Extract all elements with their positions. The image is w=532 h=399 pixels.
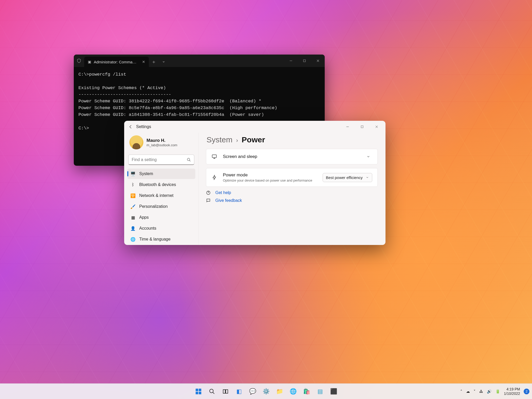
sidebar-item-apps[interactable]: ▦ Apps	[127, 212, 195, 223]
sidebar-item-system[interactable]: 🖥️ System	[127, 169, 195, 179]
settings-titlebar[interactable]: Settings	[124, 121, 385, 133]
sidebar-item-label: Time & language	[139, 237, 170, 242]
sidebar-item-network-internet[interactable]: 🛜 Network & internet	[127, 190, 195, 201]
sidebar-item-label: Network & internet	[139, 193, 174, 198]
give-feedback-row[interactable]: Give feedback	[206, 198, 378, 203]
breadcrumb-parent[interactable]: System	[207, 135, 232, 144]
maximize-button[interactable]	[355, 121, 369, 133]
app-taskbar-icon[interactable]: ▤	[315, 386, 325, 397]
sidebar-item-label: Apps	[139, 215, 149, 220]
nav-icon: 🖌️	[130, 204, 136, 209]
settings-content: System › Power Screen and sleep	[198, 133, 385, 245]
profile-email: m_lab@outlook.com	[147, 143, 177, 147]
chat-button[interactable]: 💬	[247, 386, 258, 397]
nav-icon: 👤	[130, 226, 136, 231]
minimize-button[interactable]	[284, 55, 298, 67]
tab-close-icon[interactable]: ✕	[142, 60, 145, 64]
svg-point-2	[187, 158, 190, 161]
back-button[interactable]	[126, 122, 136, 132]
onedrive-icon[interactable]: ☁	[466, 389, 470, 394]
get-help-link[interactable]: Get help	[215, 190, 231, 195]
notification-badge[interactable]: 2	[524, 389, 529, 394]
sidebar-item-time-language[interactable]: 🌐 Time & language	[127, 234, 195, 244]
taskbar-center: ◧ 💬 ⚙️ 📁 🌐 🛍️ ▤ ⬛	[193, 386, 339, 397]
breadcrumb-current: Power	[242, 135, 265, 144]
power-mode-row: Power mode Optimize your device based on…	[206, 168, 378, 187]
terminal-tab[interactable]: ▣ Administrator: Command Prom… ✕	[84, 57, 149, 67]
power-mode-subtitle: Optimize your device based on power use …	[223, 178, 312, 182]
maximize-button[interactable]	[298, 55, 311, 67]
volume-icon[interactable]: 🔊	[487, 389, 492, 394]
settings-nav: 🖥️ Systemᛒ Bluetooth & devices🛜 Network …	[127, 169, 195, 244]
new-tab-button[interactable]: ＋	[149, 57, 159, 67]
edge-taskbar-icon[interactable]: 🌐	[288, 386, 298, 397]
settings-sidebar: Mauro H. m_lab@outlook.com 🖥️ Systemᛒ Bl…	[124, 133, 198, 245]
give-feedback-link[interactable]: Give feedback	[215, 198, 242, 203]
widgets-button[interactable]: ◧	[234, 386, 244, 397]
avatar	[129, 135, 143, 149]
nav-icon: 🌐	[130, 237, 136, 242]
close-button[interactable]	[369, 121, 384, 133]
settings-taskbar-icon[interactable]: ⚙️	[261, 386, 271, 397]
sidebar-item-bluetooth-devices[interactable]: ᛒ Bluetooth & devices	[127, 179, 195, 190]
profile-block[interactable]: Mauro H. m_lab@outlook.com	[127, 134, 195, 153]
sidebar-item-accounts[interactable]: 👤 Accounts	[127, 223, 195, 234]
power-mode-title: Power mode	[223, 172, 312, 178]
sidebar-item-label: System	[139, 171, 153, 176]
desktop: ▣ Administrator: Command Prom… ✕ ＋ C:\>p…	[0, 0, 532, 399]
network-icon[interactable]: 🖧	[479, 389, 483, 394]
sidebar-item-personalization[interactable]: 🖌️ Personalization	[127, 201, 195, 212]
clock[interactable]: 4:19 PM 1/10/2022	[504, 387, 520, 396]
date-label: 1/10/2022	[504, 391, 520, 396]
display-icon	[211, 154, 218, 159]
settings-search[interactable]	[128, 155, 194, 165]
nav-icon: 🖥️	[130, 171, 136, 176]
settings-app-title: Settings	[136, 124, 151, 129]
cmd-icon: ▣	[88, 60, 91, 64]
feedback-icon	[206, 198, 212, 203]
search-button[interactable]	[207, 386, 217, 397]
minimize-button[interactable]	[340, 121, 355, 133]
chevron-right-icon: ›	[236, 137, 238, 144]
tray-chevron-icon[interactable]: ˄	[460, 389, 462, 394]
profile-name: Mauro H.	[147, 138, 177, 143]
svg-rect-8	[199, 392, 201, 394]
terminal-tab-title: Administrator: Command Prom…	[94, 60, 138, 64]
svg-rect-11	[226, 390, 228, 393]
sidebar-item-label: Accounts	[139, 226, 156, 231]
sidebar-item-label: Personalization	[139, 204, 168, 209]
terminal-titlebar[interactable]: ▣ Administrator: Command Prom… ✕ ＋	[74, 55, 325, 67]
power-mode-selected: Best power efficiency	[326, 175, 363, 180]
power-mode-dropdown[interactable]: Best power efficiency	[323, 173, 372, 182]
chevron-down-icon	[366, 176, 369, 179]
nav-icon: 🛜	[130, 193, 136, 198]
taskview-button[interactable]	[220, 386, 231, 397]
tab-dropdown-button[interactable]	[159, 57, 169, 67]
terminal-taskbar-icon[interactable]: ⬛	[328, 386, 339, 397]
screen-and-sleep-row[interactable]: Screen and sleep	[206, 149, 378, 164]
get-help-row[interactable]: Get help	[206, 190, 378, 195]
store-taskbar-icon[interactable]: 🛍️	[301, 386, 312, 397]
chevron-down-icon	[364, 153, 372, 160]
screen-and-sleep-label: Screen and sleep	[223, 154, 257, 159]
nav-icon: ▦	[130, 215, 136, 220]
time-label: 4:19 PM	[504, 387, 520, 391]
taskbar[interactable]: ◧ 💬 ⚙️ 📁 🌐 🛍️ ▤ ⬛ ˄ ☁ ˅ 🖧 🔊 🔋 4:19 PM 1/…	[0, 383, 532, 399]
settings-window: Settings Mauro H. m_lab@outlook.com	[124, 121, 385, 245]
svg-point-9	[210, 389, 213, 393]
close-button[interactable]	[311, 55, 325, 67]
tray-chevron-down-icon[interactable]: ˅	[474, 389, 476, 394]
start-button[interactable]	[193, 386, 204, 397]
sidebar-item-label: Bluetooth & devices	[139, 182, 176, 187]
svg-rect-5	[196, 389, 198, 391]
svg-rect-1	[361, 126, 363, 128]
search-icon	[187, 158, 191, 162]
explorer-taskbar-icon[interactable]: 📁	[274, 386, 285, 397]
nav-icon: ᛒ	[130, 182, 136, 187]
svg-rect-3	[212, 155, 217, 158]
system-tray[interactable]: ˄ ☁ ˅ 🖧 🔊 🔋 4:19 PM 1/10/2022 2	[460, 384, 529, 399]
help-icon	[206, 190, 212, 195]
search-input[interactable]	[132, 157, 187, 162]
battery-icon[interactable]: 🔋	[495, 389, 500, 394]
power-icon	[211, 175, 218, 180]
